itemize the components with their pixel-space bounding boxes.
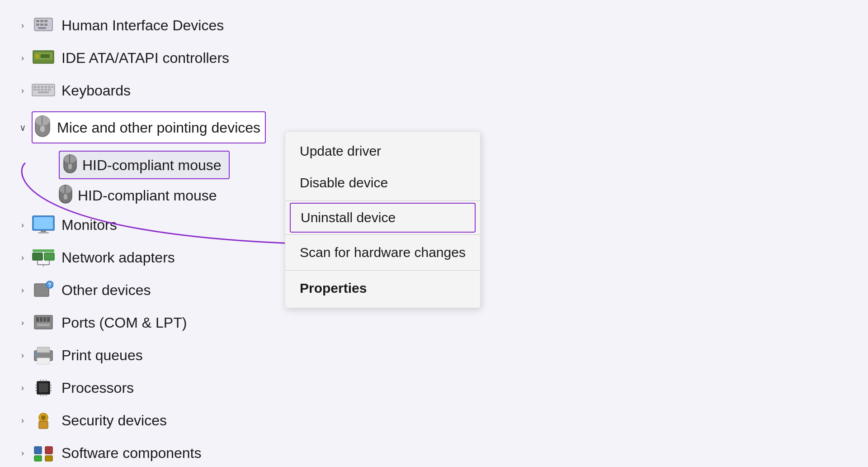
svg-rect-22 [44, 89, 47, 91]
svg-rect-14 [37, 86, 40, 88]
mouse-icon [34, 115, 51, 140]
tree-item-human-interface[interactable]: › Human Interface Devices [14, 9, 854, 42]
svg-rect-42 [44, 253, 54, 260]
svg-rect-81 [45, 456, 52, 461]
print-icon [32, 343, 55, 367]
tree-item-processors[interactable]: › Proces [14, 372, 854, 404]
hid-mouse-1-label: HID-compliant mouse [82, 158, 222, 172]
ide-icon [32, 46, 55, 70]
svg-rect-19 [33, 89, 36, 91]
svg-rect-35 [65, 185, 66, 193]
svg-rect-27 [42, 116, 42, 125]
svg-rect-58 [37, 347, 50, 353]
chevron-right-icon: › [15, 18, 30, 33]
svg-rect-6 [44, 24, 47, 26]
hid-selected-highlight: HID-compliant mouse [59, 151, 230, 179]
svg-rect-80 [34, 456, 42, 461]
svg-rect-18 [52, 86, 53, 88]
monitors-label: Monitors [61, 218, 117, 232]
chevron-down-icon: ∨ [15, 123, 30, 132]
svg-rect-40 [38, 232, 49, 234]
mice-section-highlight: Mice and other pointing devices [32, 111, 266, 143]
tree-item-software[interactable]: › Software components [14, 437, 854, 467]
svg-rect-21 [41, 89, 43, 91]
security-label: Security devices [61, 413, 167, 428]
ide-label: IDE ATA/ATAPI controllers [61, 51, 229, 65]
properties-item[interactable]: Properties [285, 272, 480, 304]
chevron-right-icon: › [15, 348, 30, 362]
svg-rect-60 [35, 353, 38, 355]
svg-rect-15 [41, 86, 43, 88]
svg-rect-54 [43, 317, 46, 322]
mice-label: Mice and other pointing devices [57, 120, 260, 135]
keyboard-icon [32, 79, 55, 102]
svg-rect-78 [34, 447, 42, 454]
svg-rect-11 [41, 54, 50, 58]
device-manager: › Human Interface Devices › [0, 0, 868, 467]
svg-rect-38 [34, 217, 53, 229]
tree-item-ide[interactable]: › IDE ATA/ATAPI controllers [14, 42, 854, 74]
svg-rect-53 [40, 317, 42, 322]
svg-rect-36 [64, 194, 67, 200]
svg-rect-16 [44, 86, 47, 88]
human-interface-icon [32, 14, 55, 37]
ports-icon [32, 311, 55, 334]
context-menu: Update driver Disable device Uninstall d… [285, 131, 481, 308]
svg-rect-77 [39, 421, 48, 429]
chevron-right-icon: › [15, 83, 30, 98]
svg-rect-24 [38, 91, 49, 93]
svg-rect-13 [33, 86, 36, 88]
svg-point-76 [41, 415, 46, 420]
svg-text:?: ? [48, 282, 51, 288]
chevron-right-icon: › [15, 381, 30, 395]
processor-icon [32, 376, 55, 400]
separator-3 [285, 270, 480, 271]
chevron-right-icon: › [15, 283, 30, 297]
other-icon: ? [32, 278, 55, 302]
monitors-icon [32, 213, 55, 237]
software-label: Software components [61, 446, 202, 460]
security-icon [32, 409, 55, 432]
tree-item-ports[interactable]: › Ports (COM & LPT) [14, 306, 854, 339]
svg-rect-39 [41, 230, 46, 232]
scan-hardware-item[interactable]: Scan for hardware changes [285, 237, 480, 268]
tree-item-security[interactable]: › Security devices [14, 404, 854, 437]
network-label: Network adapters [61, 250, 175, 265]
chevron-right-icon: › [15, 315, 30, 330]
network-icon [32, 246, 55, 269]
other-label: Other devices [61, 283, 151, 297]
svg-rect-62 [39, 383, 48, 392]
chevron-right-icon: › [15, 413, 30, 428]
hid-mouse-1-icon [63, 154, 77, 176]
tree-item-print[interactable]: › Print queues [14, 339, 854, 372]
svg-rect-79 [45, 447, 52, 454]
chevron-right-icon: › [15, 250, 30, 265]
svg-rect-1 [36, 20, 39, 22]
chevron-right-icon: › [15, 446, 30, 460]
svg-rect-41 [33, 253, 42, 260]
svg-rect-2 [40, 20, 43, 22]
svg-rect-52 [36, 317, 39, 322]
svg-point-10 [35, 54, 39, 58]
svg-rect-7 [38, 27, 46, 29]
hid-mouse-2-icon [59, 185, 72, 206]
software-icon [32, 441, 55, 465]
print-label: Print queues [61, 348, 143, 362]
hid-mouse-2-label: HID-compliant mouse [78, 188, 217, 203]
uninstall-device-item[interactable]: Uninstall device [290, 203, 476, 233]
svg-rect-59 [37, 358, 50, 364]
keyboards-label: Keyboards [61, 83, 131, 98]
separator-2 [285, 234, 480, 235]
chevron-right-icon: › [15, 218, 30, 232]
svg-rect-5 [40, 24, 43, 26]
processors-label: Processors [61, 381, 134, 395]
svg-rect-4 [36, 24, 39, 26]
disable-device-item[interactable]: Disable device [285, 167, 480, 199]
tree-item-keyboards[interactable]: › Keyboards [14, 74, 854, 107]
ports-label: Ports (COM & LPT) [61, 315, 187, 330]
chevron-right-icon: › [15, 51, 30, 65]
update-driver-item[interactable]: Update driver [285, 135, 480, 167]
svg-rect-3 [44, 20, 47, 22]
svg-rect-32 [68, 164, 72, 169]
svg-rect-31 [69, 155, 70, 163]
